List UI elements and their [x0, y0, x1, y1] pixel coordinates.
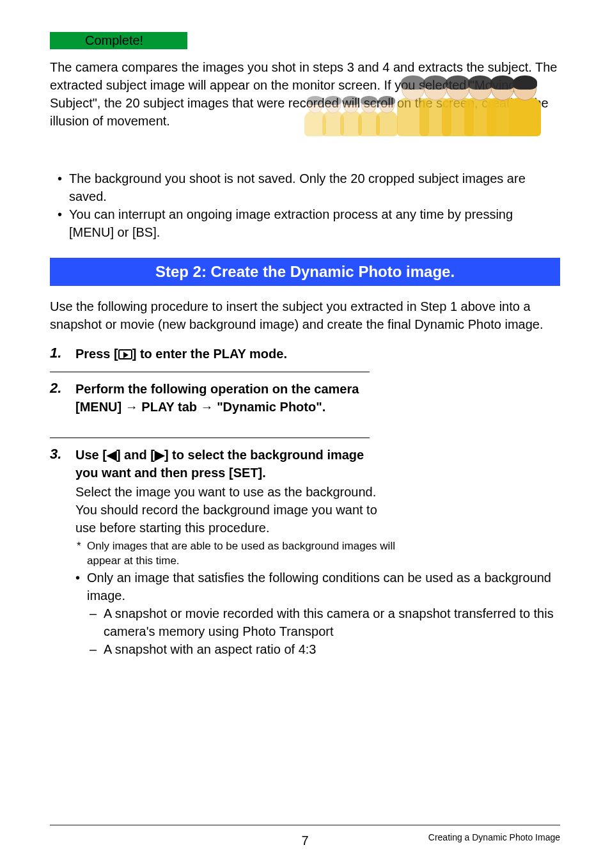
step3-dash-2: A snapshot with an aspect ratio of 4:3 — [50, 640, 560, 658]
arrow-icon: → — [201, 400, 214, 414]
step3-dash-1: A snapshot or movie recorded with this c… — [50, 604, 560, 640]
step2-line1: Perform the following operation on the c… — [75, 380, 560, 398]
page-number: 7 — [301, 833, 308, 848]
subject-sequence-illustration — [304, 34, 560, 136]
step3-footnote: Only images that are able to be used as … — [75, 539, 408, 569]
separator — [50, 372, 370, 372]
step2-banner: Step 2: Create the Dynamic Photo image. — [50, 258, 560, 286]
numbered-step-3: 3. Use [◀] and [▶] to select the backgro… — [50, 446, 560, 658]
step-number: 3. — [50, 446, 75, 462]
step1-title-before: Press [ — [75, 347, 118, 361]
step3-title: Use [◀] and [▶] to select the background… — [75, 446, 382, 482]
arrow-icon: → — [125, 400, 138, 414]
intro-bullet-2: You can interrupt an ongoing image extra… — [50, 205, 560, 241]
section-complete-bar: Complete! — [50, 32, 187, 49]
page-footer: 7 Creating a Dynamic Photo Image — [50, 825, 560, 842]
numbered-step-2: 2. Perform the following operation on th… — [50, 380, 560, 418]
numbered-step-1: 1. Press [] to enter the PLAY mode. — [50, 345, 560, 363]
step2-line2-a: [MENU] — [75, 400, 125, 414]
intro-bullet-list: The background you shoot is not saved. O… — [50, 170, 560, 241]
step2-line2-b: PLAY tab — [138, 400, 201, 414]
play-mode-icon — [118, 349, 132, 359]
step2-line2: [MENU] → PLAY tab → "Dynamic Photo". — [75, 398, 560, 416]
step1-title: Press [] to enter the PLAY mode. — [75, 345, 560, 363]
complete-label: Complete! — [50, 33, 187, 48]
intro-block: The camera compares the images you shot … — [50, 58, 560, 167]
step2-intro: Use the following procedure to insert th… — [50, 297, 560, 333]
separator — [50, 438, 370, 438]
intro-bullet-1: The background you shoot is not saved. O… — [50, 170, 560, 205]
step3-sub-bullet: Only an image that satisfies the followi… — [50, 569, 560, 604]
step1-title-after: ] to enter the PLAY mode. — [132, 347, 287, 361]
step2-line2-c: "Dynamic Photo". — [214, 400, 326, 414]
step3-text: Select the image you want to use as the … — [75, 483, 382, 537]
step-number: 2. — [50, 380, 75, 397]
step-number: 1. — [50, 345, 75, 361]
